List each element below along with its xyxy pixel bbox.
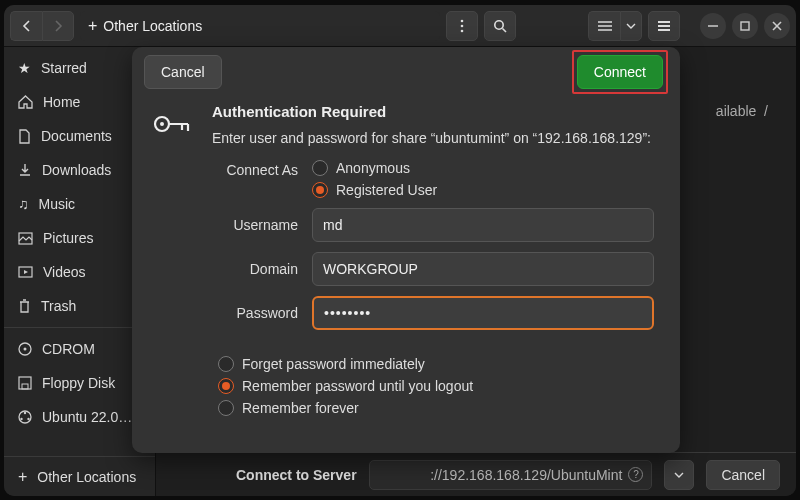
sidebar-item-label: Music — [39, 196, 76, 212]
dialog-title: Authentication Required — [212, 103, 654, 120]
username-input[interactable]: md — [312, 208, 654, 242]
star-icon: ★ — [18, 60, 31, 76]
svg-point-26 — [160, 122, 164, 126]
radio-remember-logout[interactable]: Remember password until you logout — [218, 378, 654, 394]
view-dropdown-button[interactable] — [620, 11, 642, 41]
sidebar-item-label: CDROM — [42, 341, 95, 357]
domain-label: Domain — [212, 261, 312, 277]
sidebar-item-label: Documents — [41, 128, 112, 144]
sidebar-item-label: Pictures — [43, 230, 94, 246]
download-icon — [18, 163, 32, 177]
radio-icon — [218, 378, 234, 394]
sidebar-item-label: Videos — [43, 264, 86, 280]
floppy-icon — [18, 376, 32, 390]
header-bar: + Other Locations — [4, 5, 796, 47]
radio-icon — [312, 182, 328, 198]
ubuntu-icon — [18, 410, 32, 424]
radio-registered[interactable]: Registered User — [312, 182, 437, 198]
available-text: ailable / — [716, 103, 768, 119]
music-icon: ♫ — [18, 196, 29, 212]
file-manager-window: + Other Locations ★Starred Home Document… — [4, 5, 796, 496]
dialog-connect-button[interactable]: Connect — [577, 55, 663, 89]
radio-remember-forever[interactable]: Remember forever — [218, 400, 654, 416]
svg-point-2 — [461, 29, 464, 32]
svg-point-1 — [461, 24, 464, 27]
username-label: Username — [212, 217, 312, 233]
svg-line-4 — [503, 28, 507, 32]
svg-point-18 — [24, 348, 27, 351]
radio-anonymous[interactable]: Anonymous — [312, 160, 437, 176]
sidebar-item-label: Ubuntu 22.0… — [42, 409, 132, 425]
sidebar-item-label: Trash — [41, 298, 76, 314]
dialog-cancel-button[interactable]: Cancel — [144, 55, 222, 89]
sidebar-item-label: Other Locations — [37, 469, 136, 485]
nav-forward-button[interactable] — [42, 11, 74, 41]
dialog-header: Cancel Connect — [132, 47, 680, 97]
sidebar-other-locations[interactable]: +Other Locations — [4, 456, 155, 496]
auth-dialog: Cancel Connect Authentication Required E… — [132, 47, 680, 453]
svg-point-0 — [461, 19, 464, 22]
svg-point-22 — [24, 412, 26, 414]
menu-button[interactable] — [446, 11, 478, 41]
plus-icon: + — [18, 468, 27, 486]
video-icon — [18, 266, 33, 278]
svg-point-3 — [495, 20, 503, 28]
sidebar-item-label: Downloads — [42, 162, 111, 178]
sidebar-item-label: Starred — [41, 60, 87, 76]
view-list-button[interactable] — [588, 11, 620, 41]
password-input[interactable]: •••••••• — [312, 296, 654, 330]
radio-icon — [312, 160, 328, 176]
radio-icon — [218, 356, 234, 372]
document-icon — [18, 129, 31, 144]
connect-to-server-bar: Connect to Server ://192.168.168.129/Ubu… — [156, 452, 796, 496]
maximize-button[interactable] — [732, 13, 758, 39]
connect-as-label: Connect As — [212, 160, 312, 178]
radio-icon — [218, 400, 234, 416]
svg-point-24 — [27, 418, 29, 420]
radio-forget[interactable]: Forget password immediately — [218, 356, 654, 372]
plus-icon: + — [88, 17, 97, 35]
connect-label: Connect to Server — [236, 467, 357, 483]
picture-icon — [18, 232, 33, 245]
home-icon — [18, 95, 33, 109]
recent-servers-button[interactable] — [664, 460, 694, 490]
password-label: Password — [212, 305, 312, 321]
location-text: Other Locations — [103, 18, 202, 34]
help-icon[interactable]: ? — [628, 467, 643, 482]
trash-icon — [18, 299, 31, 313]
domain-input[interactable]: WORKGROUP — [312, 252, 654, 286]
location-bar[interactable]: + Other Locations — [80, 11, 440, 41]
hamburger-menu-button[interactable] — [648, 11, 680, 41]
dialog-subtitle: Enter user and password for share “ubunt… — [212, 130, 654, 146]
disc-icon — [18, 342, 32, 356]
nav-back-button[interactable] — [10, 11, 42, 41]
server-address-input[interactable]: ://192.168.168.129/UbuntuMint ? — [369, 460, 653, 490]
search-button[interactable] — [484, 11, 516, 41]
close-button[interactable] — [764, 13, 790, 39]
svg-rect-12 — [741, 22, 749, 30]
server-address-text: ://192.168.168.129/UbuntuMint — [430, 467, 622, 483]
connect-highlight: Connect — [572, 50, 668, 94]
svg-rect-20 — [22, 384, 28, 389]
sidebar-item-label: Floppy Disk — [42, 375, 115, 391]
svg-rect-19 — [19, 377, 31, 389]
connect-cancel-button[interactable]: Cancel — [706, 460, 780, 490]
svg-point-23 — [20, 418, 22, 420]
key-icon — [152, 103, 196, 443]
minimize-button[interactable] — [700, 13, 726, 39]
sidebar-item-label: Home — [43, 94, 80, 110]
